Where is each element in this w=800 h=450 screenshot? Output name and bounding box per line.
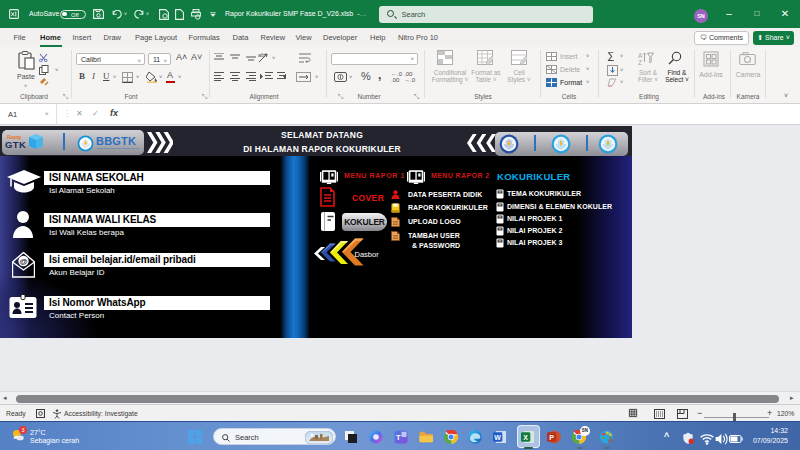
svg-text:X: X	[523, 434, 528, 441]
svg-text:P: P	[549, 434, 554, 441]
svg-text:A: A	[638, 52, 643, 59]
svg-text:ab: ab	[258, 52, 265, 58]
svg-text:@: @	[19, 257, 27, 266]
svg-text:W: W	[494, 434, 501, 441]
svg-text:Z: Z	[638, 59, 642, 66]
svg-text:T: T	[395, 433, 400, 442]
